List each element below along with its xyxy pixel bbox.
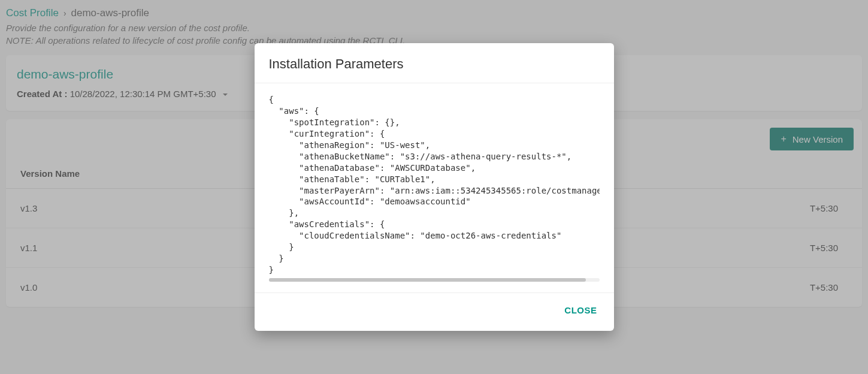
horizontal-scrollbar[interactable] — [269, 278, 600, 282]
scrollbar-thumb[interactable] — [269, 278, 586, 282]
json-content[interactable]: { "aws": { "spotIntegration": {}, "curIn… — [269, 94, 600, 275]
installation-parameters-modal: Installation Parameters { "aws": { "spot… — [255, 43, 614, 330]
modal-overlay[interactable]: Installation Parameters { "aws": { "spot… — [0, 0, 868, 374]
close-button[interactable]: CLOSE — [558, 300, 603, 320]
modal-footer: CLOSE — [255, 292, 614, 331]
modal-title: Installation Parameters — [255, 43, 614, 83]
modal-body: { "aws": { "spotIntegration": {}, "curIn… — [255, 83, 614, 292]
